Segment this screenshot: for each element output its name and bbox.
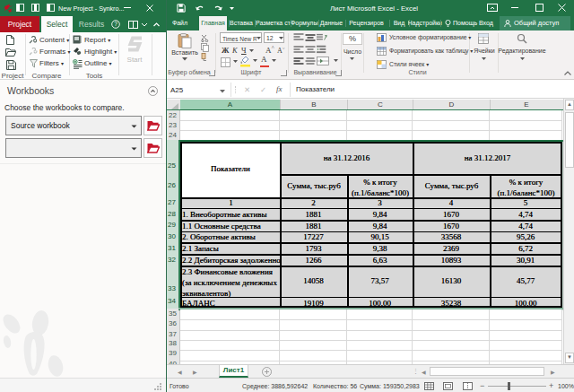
- svg-text:?: ?: [114, 21, 117, 27]
